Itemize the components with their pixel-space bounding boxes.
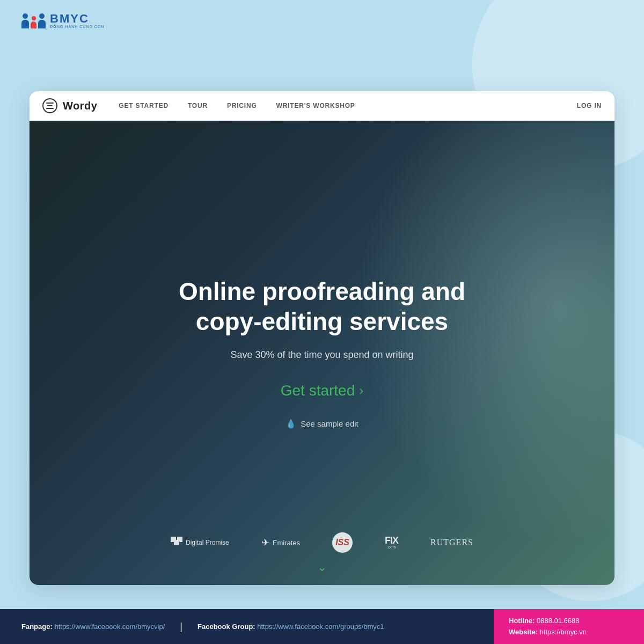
person-icon-right [38, 13, 46, 28]
partner-digital-promise: Digital Promise [171, 537, 229, 548]
footer-fanpage: Fanpage: https://www.facebook.com/bmycvi… [21, 623, 165, 631]
get-started-label: Get started [281, 382, 355, 399]
hero-content: Online proofreading and copy-editing ser… [115, 277, 529, 428]
nav-pricing[interactable]: PRICING [227, 102, 257, 109]
nav-get-started[interactable]: GET STARTED [119, 102, 169, 109]
website-link[interactable]: https://bmyc.vn [540, 628, 587, 636]
group-link[interactable]: https://www.facebook.com/groups/bmyc1 [257, 623, 384, 631]
person-icon-center [31, 16, 36, 28]
svg-rect-2 [174, 540, 179, 545]
digital-promise-icon [171, 537, 182, 548]
partner-rutgers: RUTGERS [430, 538, 473, 547]
partner-fix: FIX .com [385, 536, 398, 550]
hero-subtitle: Save 30% of the time you spend on writin… [148, 349, 496, 361]
chevron-right-icon: › [359, 383, 363, 398]
person-icon-left [21, 13, 29, 28]
footer-group: Facebook Group: https://www.facebook.com… [197, 623, 384, 631]
wordy-logo: Wordy [42, 98, 97, 113]
bmyc-logo: BMYC ĐỒNG HÀNH CÙNG CON [21, 13, 104, 29]
nav-links: GET STARTED TOUR PRICING WRITER'S WORKSH… [119, 102, 602, 109]
partner-iss: ISS [332, 532, 353, 553]
footer-right: Hotline: 0888.01.6688 Website: https://b… [494, 609, 644, 644]
drop-icon: 💧 [286, 419, 296, 429]
navbar: Wordy GET STARTED TOUR PRICING WRITER'S … [30, 91, 614, 121]
sample-edit-link[interactable]: 💧 See sample edit [148, 419, 496, 429]
nav-tour[interactable]: TOUR [188, 102, 208, 109]
partner-emirates: ✈ Emirates [261, 537, 300, 548]
bmyc-logo-icon [21, 13, 46, 28]
partners-strip: Digital Promise ✈ Emirates ISS FIX .com … [30, 532, 614, 553]
fanpage-link[interactable]: https://www.facebook.com/bmycvip/ [54, 623, 165, 631]
hero-section: Online proofreading and copy-editing ser… [30, 121, 614, 585]
bmyc-title: BMYC [50, 13, 104, 25]
scroll-down-arrow[interactable]: ⌄ [317, 560, 327, 574]
footer-hotline: Hotline: 0888.01.6688 [509, 616, 629, 627]
wordy-logo-icon [42, 98, 57, 113]
footer-website: Website: https://bmyc.vn [509, 627, 629, 638]
footer-bar: Fanpage: https://www.facebook.com/bmycvi… [0, 609, 644, 644]
nav-login[interactable]: LOG IN [577, 102, 602, 109]
main-card: Wordy GET STARTED TOUR PRICING WRITER'S … [30, 91, 614, 585]
wordy-name: Wordy [63, 100, 97, 112]
footer-left: Fanpage: https://www.facebook.com/bmycvi… [0, 609, 494, 644]
hero-title: Online proofreading and copy-editing ser… [148, 277, 496, 336]
get-started-button[interactable]: Get started › [281, 382, 364, 399]
nav-writers-workshop[interactable]: WRITER'S WORKSHOP [276, 102, 355, 109]
sample-edit-label: See sample edit [301, 419, 358, 428]
bmyc-subtitle: ĐỒNG HÀNH CÙNG CON [50, 25, 104, 29]
